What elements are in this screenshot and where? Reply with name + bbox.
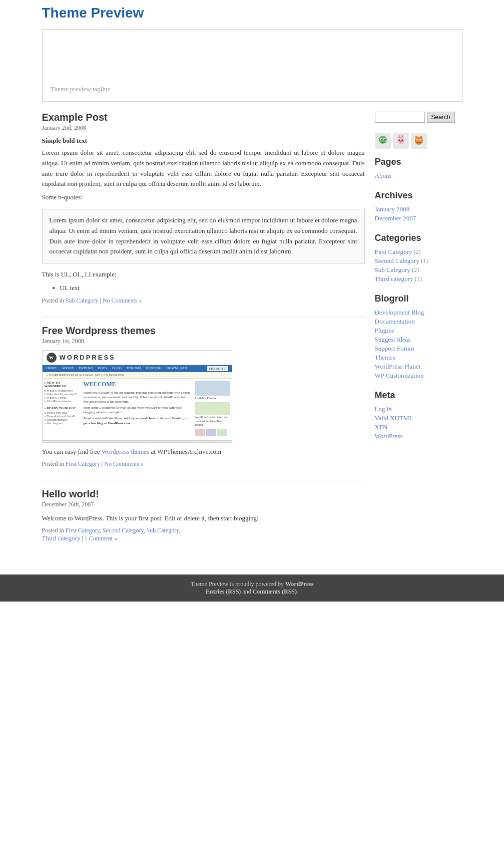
wordpress-screenshot: W WORDPRESS HOME ABOUT EXTEND DOCS BLOG …	[42, 350, 232, 443]
svg-point-4	[381, 139, 382, 140]
post-free-wordpress: Free Wordpress themes January 1st, 2008 …	[42, 325, 365, 468]
list-item: December 2007	[375, 214, 462, 223]
post-cat-second[interactable]: Second Category	[103, 527, 144, 534]
categories-widget: Categories First Category (2) Second Cat…	[375, 233, 462, 283]
avatar-1	[375, 133, 391, 149]
post-title-hello-world: Hello world!	[42, 488, 365, 500]
svg-point-11	[401, 140, 403, 141]
svg-point-10	[398, 140, 400, 141]
post-list-intro: This is UL, OL, LI example:	[42, 269, 365, 280]
list-item: Sub Category (2)	[375, 265, 462, 274]
list-item: Development Blog	[375, 308, 462, 317]
search-button[interactable]: Search	[427, 112, 455, 123]
footer-line2: Entries (RSS) and Comments (RSS).	[6, 588, 498, 596]
archives-title: Archives	[375, 190, 462, 201]
blogroll-title: Blogroll	[375, 294, 462, 304]
meta-xfn[interactable]: XFN	[375, 423, 388, 431]
post-footer-hello-world: Posted in First Category, Second Categor…	[42, 527, 365, 542]
list-item: Valid XHTML	[375, 414, 462, 423]
pages-widget: Pages About	[375, 157, 462, 180]
meta-widget: Meta Log in Valid XHTML XFN WordPress	[375, 390, 462, 441]
post-comments-link-hello[interactable]: 1 Comment »	[85, 535, 117, 542]
blogroll-suggest[interactable]: Suggest Ideas	[375, 336, 411, 343]
meta-title: Meta	[375, 390, 462, 401]
post-list-example: UL text	[52, 284, 365, 292]
avatar-2	[393, 133, 409, 149]
blogroll-docs[interactable]: Documentation	[375, 318, 415, 325]
list-item: Themes	[375, 353, 462, 362]
site-tagline: Theme preview tagline	[51, 85, 111, 93]
post-body-hello-world: Welcome to WordPress. This is your first…	[42, 513, 365, 524]
post-comments-link[interactable]: No Comments »	[103, 297, 142, 304]
blogroll-wpcustom[interactable]: WP Customization	[375, 372, 424, 379]
site-banner: Theme preview tagline	[42, 29, 462, 102]
wordpress-themes-link[interactable]: Wordpress themes	[102, 448, 149, 455]
svg-point-5	[384, 139, 385, 140]
post-cat-first[interactable]: First Category	[66, 527, 100, 534]
svg-point-18	[420, 140, 421, 141]
archives-list: January 2008 December 2007	[375, 205, 462, 223]
meta-wordpress[interactable]: WordPress	[375, 432, 403, 440]
list-item: Plugins	[375, 326, 462, 335]
list-item: Documentation	[375, 317, 462, 326]
blogroll-support[interactable]: Support Forum	[375, 345, 414, 352]
categories-title: Categories	[375, 233, 462, 243]
main-content: Example Post January 2nd, 2008 Simple bo…	[42, 112, 365, 554]
post-hello-world: Hello world! December 26th, 2007 Welcome…	[42, 488, 365, 542]
footer-wordpress-link[interactable]: WordPress	[285, 581, 313, 588]
list-item: First Category (2)	[375, 247, 462, 256]
meta-login[interactable]: Log in	[375, 405, 392, 413]
pages-about-link[interactable]: About	[375, 172, 391, 179]
archive-jan2008[interactable]: January 2008	[375, 205, 410, 213]
blogroll-themes[interactable]: Themes	[375, 354, 395, 361]
post-footer-free-wordpress: Posted in First Category | No Comments »	[42, 460, 365, 468]
pages-title: Pages	[375, 157, 462, 167]
categories-list: First Category (2) Second Category (1) S…	[375, 247, 462, 283]
post-cat-sub[interactable]: Sub Category	[147, 527, 179, 534]
footer-comments-rss-link[interactable]: Comments (RSS)	[253, 588, 297, 595]
category-sub[interactable]: Sub Category	[375, 266, 410, 273]
blogroll-wpplanet[interactable]: WordPress Planet	[375, 363, 421, 370]
post-title-example: Example Post	[42, 112, 365, 123]
meta-list: Log in Valid XHTML XFN WordPress	[375, 405, 462, 441]
post-date-example: January 2nd, 2008	[42, 124, 365, 132]
footer-rss-link[interactable]: Entries (RSS)	[206, 588, 241, 595]
svg-point-17	[417, 140, 418, 141]
list-item: Support Forum	[375, 344, 462, 353]
site-footer: Theme Preview is proudly powered by Word…	[0, 574, 504, 602]
post-blockquote: Lorem ipsum dolor sit amet, consectetur …	[42, 209, 365, 263]
content-area: Example Post January 2nd, 2008 Simple bo…	[42, 112, 462, 554]
post-divider	[42, 317, 365, 317]
post-cat-third[interactable]: Third category	[42, 534, 81, 542]
svg-point-9	[397, 137, 404, 144]
list-item: Log in	[375, 405, 462, 414]
list-item: Suggest Ideas	[375, 335, 462, 344]
archive-dec2007[interactable]: December 2007	[375, 214, 416, 222]
blogroll-list: Development Blog Documentation Plugins S…	[375, 308, 462, 380]
post-comments-link-free[interactable]: No Comments »	[104, 460, 144, 467]
post-example: Example Post January 2nd, 2008 Simple bo…	[42, 112, 365, 305]
post-category-link-free[interactable]: First Category	[66, 460, 100, 467]
search-widget: Search	[375, 112, 462, 123]
archives-widget: Archives January 2008 December 2007	[375, 190, 462, 223]
list-item: WordPress Planet	[375, 362, 462, 371]
pages-list: About	[375, 171, 462, 180]
list-item: XFN	[375, 423, 462, 432]
category-third[interactable]: Third category	[375, 275, 413, 282]
avatar-3	[411, 133, 427, 149]
post-footer-example: Posted in Sub Category | No Comments »	[42, 297, 365, 305]
list-item: WordPress	[375, 432, 462, 441]
post-date-hello-world: December 26th, 2007	[42, 501, 365, 508]
search-input[interactable]	[375, 112, 425, 123]
list-item: Second Category (1)	[375, 256, 462, 265]
category-second[interactable]: Second Category	[375, 257, 419, 264]
blogroll-plugins[interactable]: Plugins	[375, 327, 394, 334]
category-first[interactable]: First Category	[375, 248, 412, 255]
post-body-free-wordpress: You can easy find free Wordpress themes …	[42, 447, 365, 457]
blogroll-widget: Blogroll Development Blog Documentation …	[375, 294, 462, 380]
meta-xhtml[interactable]: Valid XHTML	[375, 414, 413, 422]
post-body-example: Lorem ipsum dolor sit amet, consectetur …	[42, 148, 365, 203]
list-item: About	[375, 171, 462, 180]
post-category-link[interactable]: Sub Category	[66, 297, 99, 304]
blogroll-devblog[interactable]: Development Blog	[375, 309, 424, 316]
